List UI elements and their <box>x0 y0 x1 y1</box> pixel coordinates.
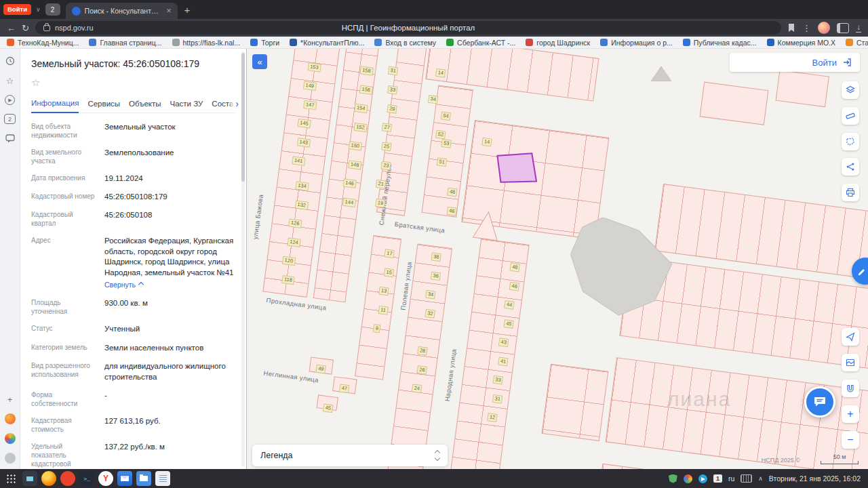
terminal-icon[interactable]: >_ <box>79 471 94 486</box>
app-launcher-icon[interactable] <box>3 471 18 486</box>
notification-badge[interactable]: 1 <box>713 474 722 483</box>
field-value: Учтенный <box>98 324 235 334</box>
firefox-icon[interactable] <box>41 471 56 486</box>
scale-bar <box>821 461 859 464</box>
tabs-scroll-right-button[interactable]: › <box>233 98 241 109</box>
tab-informaciya[interactable]: Информация <box>31 99 79 113</box>
tab-chasti-zu[interactable]: Части ЗУ <box>170 100 203 113</box>
profile-avatar[interactable] <box>818 22 830 34</box>
print-tool-button[interactable] <box>842 184 859 201</box>
browser-tab[interactable]: Поиск - КонсультантПлю × <box>66 3 178 19</box>
page-title: НСПД | Геоинформационный портал <box>35 24 781 32</box>
bookmark-item[interactable]: Главная страниц... <box>89 39 161 47</box>
parcel-number-label: 41 <box>498 357 509 366</box>
zoom-in-button[interactable]: + <box>842 405 859 423</box>
magnet-tool-button[interactable] <box>842 380 859 397</box>
map-canvas[interactable]: улица Бажова Снежный переулок Братская у… <box>247 49 868 469</box>
tabs-panel-badge[interactable]: 2 <box>4 114 16 124</box>
system-monitor-icon[interactable] <box>22 471 37 486</box>
mail-icon[interactable] <box>117 471 132 486</box>
collections-flag-icon[interactable] <box>787 23 795 33</box>
parcel-number-label: 12 <box>487 413 498 422</box>
bookmark-item[interactable]: *КонсультантПлю... <box>290 39 364 47</box>
photos-tray-icon[interactable] <box>684 474 692 483</box>
yandex-browser-icon[interactable]: Y <box>98 471 113 486</box>
favorite-star-icon[interactable]: ☆ <box>31 77 40 89</box>
parcel-number-label: 146 <box>343 178 357 188</box>
messenger-icon[interactable] <box>5 133 16 144</box>
file-manager-icon[interactable] <box>136 471 151 486</box>
parcel-block[interactable] <box>449 239 530 469</box>
tab-sostav[interactable]: Соста <box>212 100 233 113</box>
parcel-block[interactable] <box>776 70 829 107</box>
map-login-button[interactable]: Войти <box>730 53 860 72</box>
support-chat-button[interactable] <box>804 386 835 418</box>
bookmark-favicon-icon <box>7 39 14 46</box>
parcel-block[interactable] <box>541 364 608 441</box>
bookmark-item[interactable]: Публичная кадас... <box>683 39 757 47</box>
zoom-out-button[interactable]: − <box>842 431 859 449</box>
selected-parcel-highlight[interactable] <box>488 147 541 188</box>
field-row: Вид объекта недвижимости Земельный участ… <box>31 122 235 140</box>
bookmark-label: *КонсультантПлю... <box>300 39 364 47</box>
bookmark-item[interactable]: ТехноКад-Муниц... <box>7 39 79 47</box>
scale-label: 50 м <box>833 453 846 460</box>
keyboard-icon[interactable] <box>741 474 752 483</box>
taskbar-clock[interactable]: Вторник, 21 янв 2025, 16:02 <box>769 474 861 483</box>
reload-icon[interactable]: ↻ <box>22 24 29 33</box>
bookmark-item[interactable]: Информация о р... <box>600 39 673 47</box>
browser-login-badge[interactable]: Войти <box>3 4 31 15</box>
video-player-icon[interactable]: ▶ <box>5 95 15 105</box>
back-icon[interactable]: ← <box>7 24 16 33</box>
address-input[interactable]: nspd.gov.ru НСПД | Геоинформационный пор… <box>35 21 781 35</box>
profile-dropdown-icon[interactable]: ∨ <box>36 6 41 13</box>
bookmark-item[interactable]: Вход в систему <box>374 39 436 47</box>
favorites-icon[interactable]: ☆ <box>5 75 16 86</box>
panel-scrollbar[interactable] <box>241 52 245 466</box>
bookmark-item[interactable]: https://fias-lk.nal... <box>172 39 241 47</box>
parcel-number-label: 45 <box>323 403 334 412</box>
bookmark-item[interactable]: Стартовая стран... <box>846 39 868 47</box>
measure-tool-button[interactable] <box>842 107 859 125</box>
layers-tool-button[interactable] <box>842 81 859 99</box>
building-footprint[interactable] <box>563 214 678 327</box>
geolocation-button[interactable] <box>842 328 859 346</box>
tab-group-badge[interactable]: 2 <box>45 3 60 16</box>
legend-bar[interactable]: Легенда <box>252 445 448 466</box>
sidebar-panel-icon[interactable] <box>837 23 849 33</box>
triangle-parcel[interactable] <box>471 209 502 242</box>
download-icon[interactable]: ↓ <box>856 23 861 33</box>
service-games-icon[interactable] <box>5 433 16 444</box>
minimap-button[interactable] <box>842 354 859 371</box>
chat-bubble-icon <box>812 394 827 409</box>
new-tab-button[interactable]: + <box>184 5 191 15</box>
bookmark-item[interactable]: город Шадринск <box>526 39 590 47</box>
service-music-icon[interactable] <box>5 413 16 424</box>
bookmark-item[interactable]: Торги <box>250 39 279 47</box>
building-footprint[interactable] <box>651 66 671 81</box>
browser-red-icon[interactable] <box>60 471 75 486</box>
tab-obekty[interactable]: Объекты <box>129 100 161 113</box>
keyboard-layout-label[interactable]: ru <box>728 474 734 483</box>
bookmark-item[interactable]: Коммерция МО.Х <box>767 39 835 47</box>
add-service-icon[interactable]: + <box>5 394 16 405</box>
panel-scrollbar-thumb[interactable] <box>241 53 245 182</box>
service-more-icon[interactable] <box>5 453 16 464</box>
tab-close-icon[interactable]: × <box>167 7 172 15</box>
tab-servisy[interactable]: Сервисы <box>87 100 120 113</box>
antivirus-tray-icon[interactable] <box>669 474 677 483</box>
bookmark-item[interactable]: Сбербанк-АСТ -... <box>446 39 515 47</box>
chevron-up-icon <box>138 282 144 287</box>
browser-menu-icon[interactable]: ⋮ <box>802 24 811 33</box>
history-icon[interactable] <box>5 56 16 66</box>
parcel-number-label: 28 <box>417 346 428 355</box>
parcel-block[interactable] <box>700 82 769 125</box>
text-editor-icon[interactable] <box>155 471 170 486</box>
address-collapse-link[interactable]: Свернуть <box>104 280 143 289</box>
share-tool-button[interactable] <box>842 158 859 176</box>
select-area-tool-button[interactable] <box>842 133 859 150</box>
tray-expand-icon[interactable]: ∧ <box>758 475 763 482</box>
telegram-tray-icon[interactable] <box>698 474 707 483</box>
panel-collapse-button[interactable]: « <box>252 54 267 69</box>
legend-expand-icon[interactable] <box>435 451 439 460</box>
